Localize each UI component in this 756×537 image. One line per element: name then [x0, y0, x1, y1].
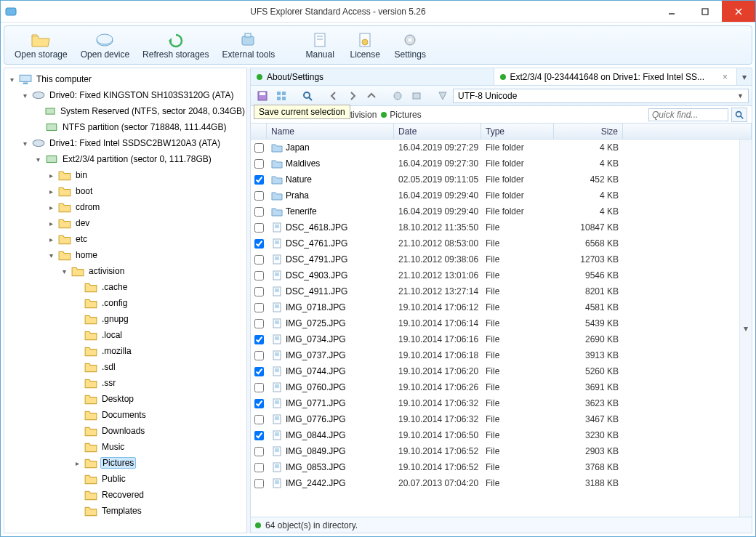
tree-folder-sdl[interactable]: .sdl	[73, 359, 246, 375]
table-row[interactable]: IMG_2442.JPG20.07.2013 07:04:20File3188 …	[251, 475, 739, 491]
table-row[interactable]: IMG_0760.JPG19.10.2014 17:06:26File3691 …	[251, 379, 739, 395]
col-checkbox[interactable]	[251, 124, 267, 139]
tab-partition[interactable]: Ext2/3/4 [0-234441648 on Drive1: Fixed I…	[494, 68, 738, 85]
expand-icon[interactable]	[73, 315, 81, 323]
expand-icon[interactable]	[73, 363, 81, 371]
quick-find-button[interactable]	[731, 108, 747, 122]
minimize-button[interactable]	[655, 1, 688, 22]
expand-icon[interactable]	[73, 427, 81, 435]
maximize-button[interactable]	[688, 1, 722, 22]
expand-icon[interactable]: ▸	[47, 203, 55, 211]
tree-drive1[interactable]: ▾Drive1: Fixed Intel SSDSC2BW120A3 (ATA)	[20, 135, 246, 151]
action1-button[interactable]	[389, 88, 406, 104]
table-row[interactable]: Japan16.04.2019 09:27:29File folder4 KB	[251, 140, 739, 156]
expand-icon[interactable]: ▾	[33, 155, 42, 163]
row-checkbox[interactable]	[254, 335, 264, 344]
table-row[interactable]: IMG_0844.JPG19.10.2014 17:06:50File3230 …	[251, 427, 739, 443]
expand-icon[interactable]	[73, 411, 81, 419]
expand-icon[interactable]	[73, 490, 81, 499]
table-row[interactable]: IMG_0849.JPG19.10.2014 17:06:52File2903 …	[251, 443, 739, 459]
row-checkbox[interactable]	[254, 303, 264, 312]
expand-icon[interactable]	[73, 506, 81, 515]
row-checkbox[interactable]	[254, 255, 264, 265]
table-row[interactable]: DSC_4761.JPG21.10.2012 08:53:00File6568 …	[251, 235, 739, 251]
table-row[interactable]: IMG_0776.JPG19.10.2014 17:06:32File3467 …	[251, 411, 739, 427]
table-row[interactable]: DSC_4911.JPG21.10.2012 13:27:14File8201 …	[251, 283, 739, 299]
expand-icon[interactable]	[73, 443, 81, 451]
col-size[interactable]: Size	[554, 124, 623, 139]
expand-icon[interactable]: ▾	[7, 75, 16, 84]
open-storage-button[interactable]: Open storage	[9, 29, 73, 62]
expand-icon[interactable]: ▸	[73, 459, 81, 467]
tree-folder-Templates[interactable]: Templates	[73, 503, 246, 519]
row-checkbox[interactable]	[254, 143, 264, 153]
col-name[interactable]: Name	[267, 124, 394, 139]
expand-icon[interactable]: ▸	[47, 171, 55, 179]
tree-folder-gnupg[interactable]: .gnupg	[73, 311, 246, 327]
col-date[interactable]: Date	[394, 124, 481, 139]
tree-folder-etc[interactable]: ▸etc	[47, 231, 246, 247]
table-row[interactable]: Praha16.04.2019 09:29:40File folder4 KB	[251, 187, 739, 203]
expand-icon[interactable]	[73, 299, 81, 307]
expand-icon[interactable]	[73, 395, 81, 403]
expand-icon[interactable]: ▾	[20, 139, 29, 148]
tabs-overflow-button[interactable]: ▾	[737, 72, 752, 82]
file-list[interactable]: Japan16.04.2019 09:27:29File folder4 KBM…	[251, 140, 739, 517]
row-checkbox[interactable]	[254, 415, 264, 424]
tree-folder-Documents[interactable]: Documents	[73, 407, 246, 423]
row-checkbox[interactable]	[254, 175, 264, 185]
row-checkbox[interactable]	[254, 399, 264, 408]
expand-icon[interactable]: ▸	[47, 219, 55, 227]
quick-find-input[interactable]	[648, 108, 728, 121]
view-button[interactable]	[273, 88, 290, 104]
action2-button[interactable]	[408, 88, 425, 104]
tree-folder-Desktop[interactable]: Desktop	[73, 391, 246, 407]
save-selection-button[interactable]	[254, 88, 271, 104]
table-row[interactable]: IMG_0737.JPG19.10.2014 17:06:18File3913 …	[251, 347, 739, 363]
tree-folder-ssr[interactable]: .ssr	[73, 375, 246, 391]
expand-icon[interactable]: ▸	[47, 235, 55, 243]
expand-icon[interactable]	[73, 331, 81, 339]
nav-up-button[interactable]	[363, 88, 380, 104]
close-button[interactable]	[722, 1, 755, 22]
tree-folder-home[interactable]: ▾home	[47, 247, 246, 263]
scrollbar[interactable]: ▾	[739, 140, 752, 517]
row-checkbox[interactable]	[254, 239, 264, 249]
col-type[interactable]: Type	[481, 124, 554, 139]
tree-drive0-part1[interactable]: System Reserved (NTFS, sector 2048, 0.34…	[33, 103, 246, 119]
table-row[interactable]: IMG_0734.JPG19.10.2014 17:06:16File2690 …	[251, 331, 739, 347]
tree-user[interactable]: ▾activision	[60, 263, 246, 279]
tree-folder-Downloads[interactable]: Downloads	[73, 423, 246, 439]
row-checkbox[interactable]	[254, 287, 264, 296]
table-row[interactable]: IMG_0725.JPG19.10.2014 17:06:14File5439 …	[251, 315, 739, 331]
table-row[interactable]: DSC_4903.JPG21.10.2012 13:01:06File9546 …	[251, 267, 739, 283]
table-row[interactable]: Maldives16.04.2019 09:27:30File folder4 …	[251, 156, 739, 171]
expand-icon[interactable]: ▾	[47, 251, 55, 259]
row-checkbox[interactable]	[254, 271, 264, 280]
tree-folder-Public[interactable]: Public	[73, 471, 246, 487]
table-row[interactable]: IMG_0853.JPG19.10.2014 17:06:52File3768 …	[251, 459, 739, 475]
row-checkbox[interactable]	[254, 351, 264, 360]
tree-folder-mozilla[interactable]: .mozilla	[73, 343, 246, 359]
settings-button[interactable]: Settings	[388, 29, 432, 62]
external-tools-button[interactable]: External tools	[217, 29, 281, 62]
tree-panel[interactable]: ▾This computer ▾Drive0: Fixed KINGSTON S…	[4, 68, 247, 533]
expand-icon[interactable]	[73, 347, 81, 355]
tab-close-button[interactable]: ×	[720, 72, 731, 82]
tree-root[interactable]: ▾This computer	[7, 71, 246, 87]
row-checkbox[interactable]	[254, 191, 264, 201]
nav-fwd-button[interactable]	[344, 88, 361, 104]
row-checkbox[interactable]	[254, 431, 264, 440]
encoding-dropdown[interactable]: UTF-8 Unicode ▼	[453, 89, 749, 103]
row-checkbox[interactable]	[254, 383, 264, 392]
tree-folder-cdrom[interactable]: ▸cdrom	[47, 199, 246, 215]
row-checkbox[interactable]	[254, 463, 264, 472]
expand-icon[interactable]: ▾	[60, 267, 68, 275]
expand-icon[interactable]: ▸	[47, 187, 55, 195]
tree-drive0[interactable]: ▾Drive0: Fixed KINGSTON SH103S3120G (ATA…	[20, 87, 246, 103]
action3-button[interactable]	[434, 88, 451, 104]
table-row[interactable]: DSC_4618.JPG18.10.2012 11:35:50File10847…	[251, 219, 739, 235]
tree-folder-boot[interactable]: ▸boot	[47, 183, 246, 199]
tree-folder-config[interactable]: .config	[73, 295, 246, 311]
tree-drive0-part2[interactable]: NTFS partition (sector 718848, 111.44GB)	[33, 119, 246, 135]
